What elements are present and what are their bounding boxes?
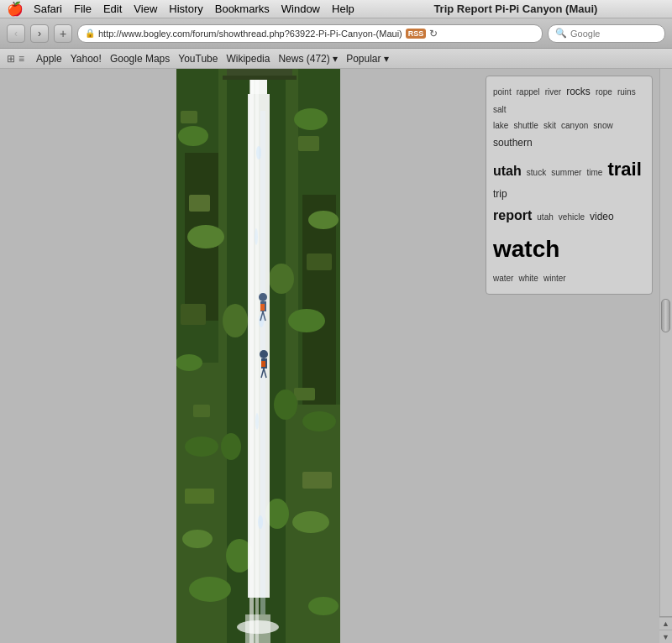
svg-rect-6 [181,304,206,325]
forward-button[interactable]: › [30,24,49,43]
tag-salt[interactable]: salt [493,105,507,114]
scrollbar-thumb[interactable] [661,299,670,332]
bm-apple[interactable]: Apple [33,52,66,65]
tag-utah2[interactable]: utah [537,212,553,222]
svg-point-44 [259,293,267,301]
tag-rope[interactable]: rope [596,87,612,97]
bm-youtube[interactable]: YouTube [175,52,221,65]
tag-summer[interactable]: summer [551,168,581,177]
tag-report[interactable]: report [493,208,532,222]
svg-point-11 [176,354,202,371]
tag-rappel[interactable]: rappel [517,87,540,97]
svg-rect-20 [294,388,315,400]
tag-winter[interactable]: winter [543,274,566,283]
tag-rocks[interactable]: rocks [566,86,591,97]
history-menu[interactable]: History [169,3,202,15]
tag-trip[interactable]: trip [493,188,507,200]
menubar: 🍎 Safari File Edit View History Bookmark… [0,0,672,18]
svg-point-14 [189,577,231,602]
svg-point-12 [185,437,218,457]
bm-popular[interactable]: Popular ▾ [343,52,392,65]
bookmarks-bar: ⊞ ≡ Apple Yahoo! Google Maps YouTube Wik… [0,49,672,69]
svg-rect-8 [185,489,214,504]
svg-point-29 [269,264,294,294]
svg-point-26 [292,511,329,533]
tag-cloud: point rappel river rocks rope ruins salt… [486,76,653,295]
tag-video[interactable]: video [590,211,614,222]
search-bar[interactable]: 🔍 Google [548,24,665,43]
window-menu[interactable]: Window [281,3,320,15]
svg-point-49 [260,350,268,358]
svg-point-30 [221,433,241,460]
search-placeholder: Google [570,29,600,39]
svg-point-9 [178,126,208,146]
reader-icon[interactable]: ≡ [18,53,24,65]
scroll-up-button[interactable]: ▲ [659,617,672,630]
svg-point-43 [258,515,263,529]
tag-canyon[interactable]: canyon [561,121,588,130]
svg-point-23 [308,211,339,229]
svg-point-31 [274,389,297,420]
bm-yahoo[interactable]: Yahoo! [67,52,105,65]
edit-menu[interactable]: Edit [103,3,122,15]
new-tab-button[interactable]: + [54,24,72,43]
bm-wikipedia[interactable]: Wikipedia [223,52,273,65]
file-menu[interactable]: File [74,3,92,15]
center-content [38,69,479,643]
apple-menu[interactable]: 🍎 [7,1,24,17]
rss-button[interactable]: RSS [406,29,427,39]
tag-watch[interactable]: watch [493,236,559,262]
tag-vehicle[interactable]: vehicle [559,212,585,222]
left-sidebar [0,69,38,643]
svg-rect-46 [260,304,265,311]
refresh-icon[interactable]: ↻ [429,28,438,39]
scrollbar-track: ▲ ▼ [659,69,672,643]
safari-menu[interactable]: Safari [34,3,62,15]
tag-trail[interactable]: trail [607,159,641,180]
right-sidebar: point rappel river rocks rope ruins salt… [479,69,659,643]
view-menu[interactable]: View [134,3,157,15]
tag-ruins[interactable]: ruins [617,87,636,97]
sidebar-icon[interactable]: ⊞ [7,53,15,65]
svg-point-24 [288,309,325,332]
search-icon: 🔍 [555,28,567,39]
back-button[interactable]: ‹ [7,24,25,43]
svg-point-25 [302,411,336,431]
window-title: Trip Report Pi-Pi Canyon (Maui) [366,3,665,15]
tag-slot[interactable]: skit [543,121,556,130]
tag-time[interactable]: time [586,168,602,177]
svg-rect-56 [227,69,292,76]
address-bar[interactable]: 🔒 http://www.bogley.com/forum/showthread… [77,24,543,43]
tag-stuck[interactable]: stuck [527,168,546,177]
help-menu[interactable]: Help [332,3,354,15]
svg-rect-7 [193,405,210,417]
svg-point-27 [308,597,339,615]
bookmark-icons: ⊞ ≡ [7,53,24,65]
svg-rect-19 [307,254,332,270]
svg-point-39 [256,146,261,159]
tag-shuttle[interactable]: shuttle [513,121,538,130]
lock-icon: 🔒 [85,29,95,38]
tag-river[interactable]: river [545,87,561,97]
svg-rect-51 [261,361,265,367]
tag-snow[interactable]: snow [593,121,612,130]
svg-rect-18 [298,136,319,151]
bookmarks-menu[interactable]: Bookmarks [215,3,270,15]
svg-rect-57 [223,76,297,80]
scroll-down-button[interactable]: ▼ [659,630,672,643]
svg-point-13 [182,530,213,548]
svg-point-28 [223,304,248,337]
tag-point[interactable]: point [493,87,512,97]
svg-rect-36 [249,69,254,643]
svg-rect-4 [181,111,197,123]
tag-utah[interactable]: utah [493,164,522,178]
tag-water[interactable]: water [493,274,513,283]
tag-lake[interactable]: lake [493,121,508,130]
svg-point-42 [255,413,259,430]
bm-googlemaps[interactable]: Google Maps [107,52,173,65]
tag-southern[interactable]: southern [493,137,533,149]
svg-point-10 [187,225,224,248]
bm-news[interactable]: News (472) ▾ [275,52,341,65]
address-text: http://www.bogley.com/forum/showthread.p… [98,29,402,39]
tag-white[interactable]: white [519,274,538,283]
